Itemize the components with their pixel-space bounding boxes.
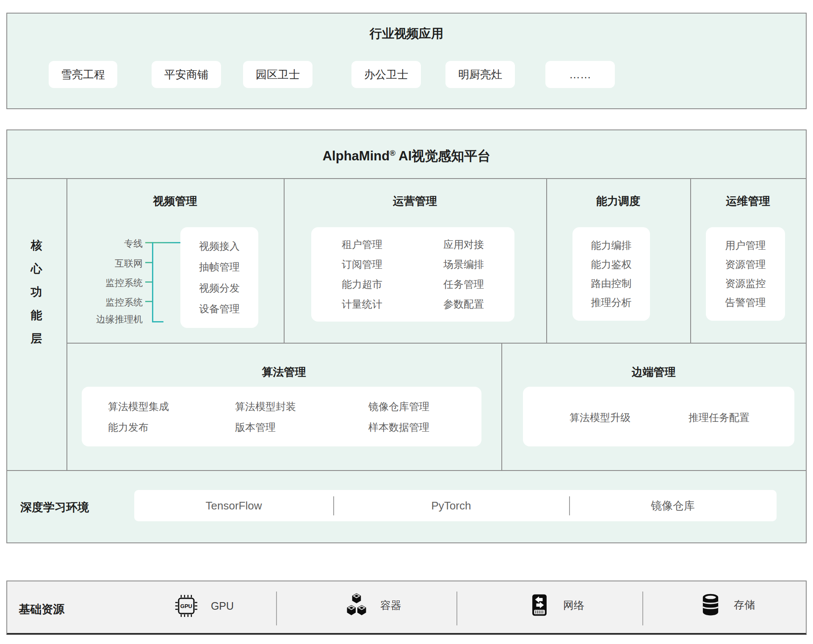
app-chip-bangong: 办公卫士: [351, 61, 421, 88]
sidebar-char: 核: [31, 238, 42, 253]
app-chip-label: 园区卫士: [256, 67, 300, 82]
infra-item-gpu: GPU GPU: [173, 592, 234, 619]
dl-env-bar: TensorFlow PyTorch 镜像仓库: [134, 490, 777, 521]
om-item: 资源监控: [725, 277, 766, 290]
app-chip-xueliang: 雪亮工程: [49, 61, 117, 88]
video-item: 视频接入: [199, 239, 240, 253]
ops-item: 任务管理: [443, 278, 484, 291]
ops-card: 租户管理 应用对接 订阅管理 场景编排 能力超市 任务管理 计量统计 参数配置: [311, 227, 514, 322]
dl-framework: 镜像仓库: [651, 498, 695, 513]
divider-row2-dl: [7, 470, 806, 471]
ops-item: 参数配置: [443, 297, 484, 311]
edge-item: 推理任务配置: [689, 411, 749, 424]
sched-item: 推理分析: [591, 296, 632, 309]
sched-item: 路由控制: [591, 277, 632, 290]
ops-item: 能力超市: [342, 278, 382, 291]
sidebar-char: 能: [31, 308, 42, 323]
tree-bottom-stub: [152, 321, 163, 322]
algo-item: 样本数据管理: [368, 421, 429, 434]
video-source-label: 监控系统: [66, 296, 143, 309]
infra-item-storage: 存储: [698, 592, 755, 617]
video-item: 设备管理: [199, 302, 240, 316]
platform-title: AlphaMind® AI视觉感知平台: [0, 147, 813, 165]
infra-item-network: 网络: [527, 592, 584, 618]
ops-item: 租户管理: [342, 238, 382, 251]
app-chip-label: 雪亮工程: [61, 67, 105, 82]
architecture-diagram: 行业视频应用 雪亮工程 平安商铺 园区卫士 办公卫士 明厨亮灶 …… Alpha…: [0, 0, 813, 644]
infra-item-label: 容器: [380, 598, 401, 612]
infra-label: 基础资源: [19, 602, 64, 617]
ops-item: 计量统计: [342, 297, 382, 311]
sidebar-char: 心: [31, 261, 42, 276]
network-switch-icon: [527, 592, 552, 618]
algo-card: 算法模型集成 算法模型封装 镜像仓库管理 能力发布 版本管理 样本数据管理: [82, 387, 481, 446]
video-source-label: 互联网: [66, 257, 143, 270]
om-item: 资源管理: [725, 258, 766, 271]
divider-algo-edge: [501, 343, 502, 470]
registered-mark: ®: [390, 149, 395, 157]
dl-framework: PyTorch: [431, 499, 471, 512]
tree-bus-line: [152, 242, 153, 322]
gpu-chip-icon: GPU: [173, 592, 200, 619]
om-item: 用户管理: [725, 239, 766, 252]
sched-item: 能力鉴权: [591, 258, 632, 271]
column-title-edge: 边端管理: [501, 365, 806, 380]
platform-title-rest: AI视觉感知平台: [395, 149, 490, 163]
app-chip-label: 平安商铺: [164, 67, 208, 82]
video-card: 视频接入 抽帧管理 视频分发 设备管理: [180, 227, 258, 328]
ops-item: 订阅管理: [342, 258, 382, 271]
industry-apps-title: 行业视频应用: [0, 25, 813, 42]
infra-item-container: 容器: [344, 592, 401, 618]
platform-box: [6, 129, 807, 543]
app-chip-label: 办公卫士: [364, 67, 408, 82]
video-source-label: 监控系统: [66, 277, 143, 289]
sched-card: 能力编排 能力鉴权 路由控制 推理分析: [572, 227, 650, 321]
video-source-label: 专线: [66, 237, 143, 250]
app-chip-more: ……: [545, 61, 615, 88]
dl-framework: TensorFlow: [206, 499, 262, 512]
algo-item: 能力发布: [108, 421, 149, 434]
infra-item-label: 存储: [734, 598, 755, 612]
om-item: 告警管理: [725, 296, 766, 309]
app-chip-label: ……: [569, 68, 591, 81]
infra-divider: [456, 592, 457, 625]
dl-bar-divider: [333, 496, 334, 515]
sidebar-char: 功: [31, 284, 42, 300]
dl-bar-divider: [569, 496, 570, 515]
app-chip-mingchu: 明厨亮灶: [445, 61, 515, 88]
gpu-icon-text: GPU: [180, 603, 192, 609]
app-chip-pingan: 平安商铺: [152, 61, 221, 88]
video-item: 抽帧管理: [199, 260, 240, 274]
edge-card: 算法模型升级 推理任务配置: [523, 387, 794, 446]
sidebar-core-function-layer: 核 心 功 能 层: [6, 238, 66, 346]
infra-divider: [276, 592, 277, 625]
infra-item-label: 网络: [563, 598, 584, 612]
edge-item: 算法模型升级: [570, 411, 630, 424]
ops-item: 应用对接: [443, 238, 484, 251]
ops-item: 场景编排: [443, 258, 484, 271]
algo-item: 算法模型集成: [108, 400, 169, 413]
divider-row1-row2: [66, 343, 806, 344]
column-title-algo: 算法管理: [66, 365, 501, 380]
column-title-sched: 能力调度: [546, 194, 690, 209]
infra-item-label: GPU: [211, 600, 234, 612]
container-boxes-icon: [344, 592, 369, 618]
column-title-video: 视频管理: [66, 194, 284, 209]
platform-header-divider: [7, 178, 806, 179]
video-source-label: 边缘推理机: [66, 313, 143, 326]
algo-item: 镜像仓库管理: [368, 400, 429, 413]
storage-database-icon: [698, 592, 723, 617]
infra-box: [6, 581, 807, 635]
sched-item: 能力编排: [591, 239, 632, 252]
sidebar-char: 层: [31, 331, 42, 346]
app-chip-label: 明厨亮灶: [458, 67, 502, 82]
infra-divider: [642, 592, 643, 625]
tree-top-connector: [145, 242, 180, 243]
column-title-ops: 运营管理: [284, 194, 546, 209]
app-chip-yuanqu: 园区卫士: [243, 61, 312, 88]
video-item: 视频分发: [199, 281, 240, 295]
om-card: 用户管理 资源管理 资源监控 告警管理: [706, 227, 785, 321]
dl-env-label: 深度学习环境: [20, 500, 89, 515]
platform-brand: AlphaMind: [323, 149, 390, 163]
algo-item: 版本管理: [235, 421, 276, 434]
